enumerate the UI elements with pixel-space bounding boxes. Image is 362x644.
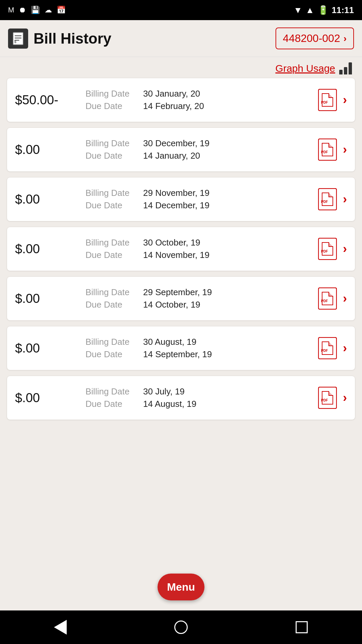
due-date-label: Due Date [85,250,139,260]
bill-dates: Billing Date 30 January, 20 Due Date 14 … [82,89,317,111]
bill-amount: $.00 [15,341,82,356]
svg-rect-9 [318,139,337,160]
top-bar: $ Bill History 448200-002 › [0,20,362,57]
billing-date-row: Billing Date 30 January, 20 [85,89,317,99]
bill-item[interactable]: $.00 Billing Date 29 September, 19 Due D… [7,276,355,321]
email-icon: M [8,6,14,14]
bill-chevron-icon: › [343,341,347,355]
bill-actions: PDF › [317,386,347,410]
title-group: $ Bill History [8,29,111,49]
account-number-button[interactable]: 448200-002 › [276,28,354,49]
battery-icon: 🔋 [318,5,328,15]
signal-icon: ▲ [306,5,314,15]
menu-button[interactable]: Menu [158,574,204,600]
pdf-button[interactable]: PDF [317,237,338,261]
calendar-icon: 📅 [57,6,66,14]
home-icon [174,621,188,634]
svg-text:PDF: PDF [321,250,328,253]
status-bar: M ⏺ 💾 ☁ 📅 ▼ ▲ 🔋 11:11 [0,0,362,20]
pdf-button[interactable]: PDF [317,386,338,410]
due-date-label: Due Date [85,349,139,360]
due-date-row: Due Date 14 August, 19 [85,399,317,409]
pdf-button[interactable]: PDF [317,336,338,360]
due-date-value: 14 December, 19 [143,200,209,211]
bill-list: $50.00- Billing Date 30 January, 20 Due … [0,78,362,567]
billing-date-label: Billing Date [85,89,139,99]
due-date-label: Due Date [85,200,139,211]
bar3 [349,62,352,74]
bill-actions: PDF › [317,287,347,310]
bill-chevron-icon: › [343,242,347,256]
bill-item[interactable]: $.00 Billing Date 30 October, 19 Due Dat… [7,227,355,271]
bill-amount: $.00 [15,143,82,157]
billing-date-label: Billing Date [85,188,139,198]
pdf-button[interactable]: PDF [317,88,338,112]
bill-dates: Billing Date 30 August, 19 Due Date 14 S… [82,337,317,360]
billing-date-label: Billing Date [85,337,139,347]
billing-date-row: Billing Date 30 August, 19 [85,337,317,347]
bill-history-icon: $ [8,29,28,49]
back-button[interactable] [47,614,74,641]
bar-chart-icon [339,62,352,74]
due-date-value: 14 February, 20 [143,101,204,111]
due-date-row: Due Date 14 September, 19 [85,349,317,360]
billing-date-value: 30 January, 20 [143,89,200,99]
svg-text:PDF: PDF [321,200,328,204]
due-date-value: 14 September, 19 [143,349,212,360]
bill-amount: $50.00- [15,93,82,107]
due-date-row: Due Date 14 December, 19 [85,200,317,211]
billing-date-value: 29 September, 19 [143,287,212,298]
due-date-row: Due Date 14 October, 19 [85,300,317,310]
due-date-value: 14 August, 19 [143,399,196,409]
bill-chevron-icon: › [343,192,347,206]
bill-dates: Billing Date 30 July, 19 Due Date 14 Aug… [82,386,317,409]
account-chevron-icon: › [344,33,347,44]
svg-rect-7 [318,89,337,111]
svg-text:PDF: PDF [321,101,328,104]
home-button[interactable] [168,614,194,641]
record-icon: ⏺ [19,6,26,14]
bill-item[interactable]: $.00 Billing Date 30 December, 19 Due Da… [7,127,355,172]
recents-button[interactable] [288,614,315,641]
billing-date-label: Billing Date [85,237,139,248]
bottom-nav [0,610,362,644]
cloud-icon: ☁ [45,6,52,14]
billing-date-value: 29 November, 19 [143,188,209,198]
wifi-icon: ▼ [294,5,302,15]
recents-icon [296,621,308,633]
status-icons-left: M ⏺ 💾 ☁ 📅 [8,6,66,14]
due-date-value: 14 January, 20 [143,151,200,161]
pdf-button[interactable]: PDF [317,187,338,211]
billing-date-value: 30 October, 19 [143,237,200,248]
billing-date-row: Billing Date 29 September, 19 [85,287,317,298]
bill-dates: Billing Date 30 December, 19 Due Date 14… [82,138,317,161]
billing-date-value: 30 July, 19 [143,386,185,397]
due-date-row: Due Date 14 November, 19 [85,250,317,260]
svg-text:PDF: PDF [321,299,328,303]
bill-actions: PDF › [317,88,347,112]
bill-item[interactable]: $50.00- Billing Date 30 January, 20 Due … [7,78,355,122]
bill-dates: Billing Date 30 October, 19 Due Date 14 … [82,237,317,260]
bill-chevron-icon: › [343,391,347,405]
bill-chevron-icon: › [343,93,347,107]
pdf-button[interactable]: PDF [317,287,338,310]
back-icon [54,620,67,635]
bill-item[interactable]: $.00 Billing Date 30 July, 19 Due Date 1… [7,376,355,420]
bill-amount: $.00 [15,291,82,306]
due-date-row: Due Date 14 January, 20 [85,151,317,161]
save-icon: 💾 [31,6,40,14]
graph-usage-link[interactable]: Graph Usage [276,63,335,74]
pdf-button[interactable]: PDF [317,138,338,161]
status-right: ▼ ▲ 🔋 11:11 [294,5,354,15]
bill-actions: PDF › [317,187,347,211]
svg-text:PDF: PDF [321,349,328,353]
bill-item[interactable]: $.00 Billing Date 30 August, 19 Due Date… [7,326,355,370]
due-date-label: Due Date [85,399,139,409]
bill-item[interactable]: $.00 Billing Date 29 November, 19 Due Da… [7,177,355,221]
due-date-label: Due Date [85,151,139,161]
svg-text:PDF: PDF [321,150,328,154]
account-number-text: 448200-002 [283,32,340,45]
bill-amount: $.00 [15,192,82,207]
bill-amount: $.00 [15,391,82,405]
bar2 [344,67,347,74]
